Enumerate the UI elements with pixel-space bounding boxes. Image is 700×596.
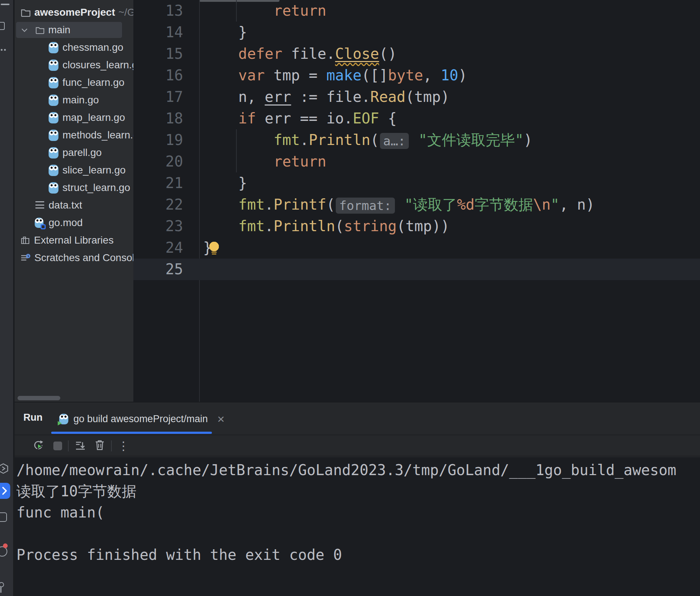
parameter-hint-inlay: a…: bbox=[380, 133, 409, 149]
line-number[interactable]: 15 bbox=[133, 43, 199, 65]
terminal-icon[interactable] bbox=[0, 512, 7, 522]
run-configuration-tab[interactable]: go build awesomeProject/main × bbox=[59, 407, 225, 431]
folder-name: main bbox=[48, 24, 71, 36]
tree-file-go[interactable]: struct_learn.go bbox=[15, 179, 133, 196]
file-name: main.go bbox=[62, 94, 99, 106]
activity-bar bbox=[0, 0, 14, 596]
go-file-icon bbox=[49, 77, 58, 88]
more-options-icon[interactable]: ⋮ bbox=[118, 439, 129, 453]
line-number[interactable]: 21 bbox=[133, 172, 199, 194]
code-line[interactable]: 20 return bbox=[133, 151, 700, 172]
file-name: go.mod bbox=[49, 217, 83, 229]
chevron-down-icon[interactable] bbox=[20, 27, 28, 33]
code-line[interactable]: 17 n, err := file.Read(tmp) bbox=[133, 86, 700, 108]
code-line[interactable]: 22 fmt.Printf(format: "读取了%d字节数据\n", n) bbox=[133, 194, 700, 215]
text-file-icon bbox=[35, 201, 44, 209]
tree-scratches[interactable]: Scratches and Consoles bbox=[15, 249, 133, 267]
go-file-icon bbox=[49, 60, 58, 71]
code-text: fmt.Printf(format: "读取了%d字节数据\n", n) bbox=[199, 194, 595, 215]
code-editor[interactable]: 13 return14 }15 defer file.Close()16 var… bbox=[133, 0, 700, 402]
go-file-icon bbox=[49, 147, 58, 158]
line-number[interactable]: 14 bbox=[133, 22, 199, 43]
tree-file-data-txt[interactable]: data.txt bbox=[15, 196, 133, 214]
code-line[interactable]: 13 return bbox=[133, 0, 700, 22]
code-line[interactable]: 16 var tmp = make([]byte, 10) bbox=[133, 65, 700, 86]
go-file-icon bbox=[49, 130, 58, 141]
tree-file-go[interactable]: func_learn.go bbox=[15, 74, 133, 91]
tree-file-go[interactable]: chessman.go bbox=[15, 39, 133, 56]
clear-console-button[interactable] bbox=[94, 439, 105, 452]
project-tool-icon[interactable] bbox=[0, 22, 5, 30]
node-label: Scratches and Consoles bbox=[34, 252, 133, 264]
code-line[interactable]: 14 } bbox=[133, 22, 700, 43]
git-branch-icon[interactable] bbox=[0, 582, 4, 587]
run-tool-window-button[interactable] bbox=[0, 483, 10, 499]
line-number[interactable]: 25 bbox=[133, 259, 199, 280]
console-line: /home/meowrain/.cache/JetBrains/GoLand20… bbox=[16, 459, 700, 481]
folder-icon bbox=[35, 26, 45, 34]
error-badge bbox=[3, 543, 8, 548]
line-number[interactable]: 20 bbox=[133, 151, 199, 172]
go-file-icon bbox=[49, 112, 58, 123]
git-branch-icon bbox=[0, 587, 1, 593]
code-text: return bbox=[199, 0, 326, 22]
line-number[interactable]: 13 bbox=[133, 0, 199, 22]
line-number[interactable]: 18 bbox=[133, 108, 199, 129]
code-text: } bbox=[199, 237, 220, 259]
run-panel-title: Run bbox=[23, 412, 42, 423]
console-line: 读取了10字节数据 bbox=[16, 481, 700, 502]
file-name: methods_learn.go bbox=[62, 129, 133, 141]
close-tab-icon[interactable]: × bbox=[217, 413, 225, 425]
line-number[interactable]: 19 bbox=[133, 129, 199, 151]
scroll-to-end-button[interactable] bbox=[75, 439, 86, 452]
code-line[interactable]: 23 fmt.Println(string(tmp)) bbox=[133, 215, 700, 237]
run-toolbar: ⋮ bbox=[15, 436, 700, 456]
line-number[interactable]: 23 bbox=[133, 215, 199, 237]
intention-bulb-icon[interactable] bbox=[208, 241, 220, 256]
line-number[interactable]: 22 bbox=[133, 194, 199, 215]
code-line[interactable]: 21 } bbox=[133, 172, 700, 194]
tree-folder-main[interactable]: main bbox=[15, 21, 133, 39]
code-text: return bbox=[199, 151, 326, 172]
tree-file-go[interactable]: map_learn.go bbox=[15, 109, 133, 126]
code-line[interactable]: 24} bbox=[133, 237, 700, 259]
tree-root-awesomeProject[interactable]: awesomeProject ~/Gola bbox=[15, 4, 133, 21]
code-lines: 13 return14 }15 defer file.Close()16 var… bbox=[133, 0, 700, 280]
code-text: n, err := file.Read(tmp) bbox=[199, 86, 449, 108]
line-number[interactable]: 24 bbox=[133, 237, 199, 259]
tree-file-go-mod[interactable]: go.mod bbox=[15, 214, 133, 232]
console-line bbox=[16, 523, 700, 544]
code-line[interactable]: 25 bbox=[133, 259, 700, 280]
horizontal-scrollbar-thumb[interactable] bbox=[18, 396, 60, 400]
code-line[interactable]: 15 defer file.Close() bbox=[133, 43, 700, 65]
tree-file-go[interactable]: slice_learn.go bbox=[15, 161, 133, 179]
stop-button bbox=[53, 442, 62, 450]
services-icon[interactable] bbox=[0, 463, 9, 475]
tree-file-go[interactable]: closures_learn.go bbox=[15, 56, 133, 74]
node-label: External Libraries bbox=[34, 234, 114, 246]
run-console-output[interactable]: /home/meowrain/.cache/JetBrains/GoLand20… bbox=[15, 457, 700, 596]
more-dots-icon bbox=[4, 49, 6, 51]
tree-file-go[interactable]: main.go bbox=[15, 91, 133, 109]
file-name: slice_learn.go bbox=[62, 164, 126, 176]
line-number[interactable]: 17 bbox=[133, 86, 199, 108]
chevron-right-icon bbox=[0, 483, 10, 499]
go-run-config-icon bbox=[59, 414, 68, 424]
rerun-button[interactable] bbox=[33, 439, 45, 452]
warning-underlined-token: Close bbox=[335, 45, 379, 62]
active-tab-underline bbox=[51, 432, 212, 434]
tree-external-libraries[interactable]: External Libraries bbox=[15, 232, 133, 249]
menu-icon[interactable] bbox=[1, 4, 9, 5]
tree-file-go[interactable]: methods_learn.go bbox=[15, 126, 133, 144]
code-text: var tmp = make([]byte, 10) bbox=[199, 65, 467, 86]
code-line[interactable]: 19 fmt.Println(a…: "文件读取完毕") bbox=[133, 129, 700, 151]
project-root-name: awesomeProject bbox=[34, 7, 115, 18]
go-file-icon bbox=[49, 42, 58, 53]
code-line[interactable]: 18 if err == io.EOF { bbox=[133, 108, 700, 129]
toolbar-separator bbox=[111, 440, 112, 451]
run-tool-window: Run go build awesomeProject/main × ⋮ /ho… bbox=[15, 402, 700, 596]
code-text: } bbox=[199, 172, 247, 194]
module-badge bbox=[41, 224, 46, 229]
tree-file-go[interactable]: parell.go bbox=[15, 144, 133, 161]
line-number[interactable]: 16 bbox=[133, 65, 199, 86]
